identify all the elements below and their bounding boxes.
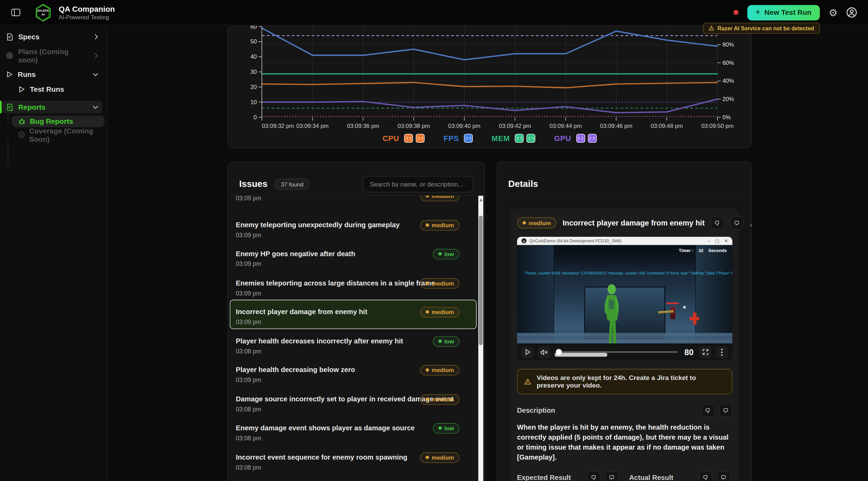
- legend-swatches: [404, 134, 425, 143]
- issue-timestamp: 03:08 pm: [236, 464, 404, 470]
- svg-text:03:09:40 pm: 03:09:40 pm: [448, 123, 481, 129]
- severity-badge: medium: [420, 365, 459, 375]
- legend-swatch-toggle[interactable]: [464, 134, 473, 143]
- issue-row[interactable]: Player health decreasing below zero03:09…: [230, 358, 477, 387]
- new-test-run-button[interactable]: + New Test Run: [747, 5, 820, 20]
- svg-text:03:09:38 pm: 03:09:38 pm: [398, 123, 430, 129]
- user-avatar-icon[interactable]: [846, 7, 857, 18]
- svg-text:30: 30: [251, 69, 257, 75]
- thumbs-down-button[interactable]: [701, 404, 714, 417]
- app-root: RAZERAI QA Companion AI-Powered Testing …: [0, 0, 868, 481]
- severity-label: medium: [432, 367, 454, 373]
- issue-row[interactable]: Incorrect event sequence for enemy room …: [230, 445, 477, 474]
- comment-button[interactable]: [605, 471, 618, 481]
- issue-timestamp: 03:08 pm: [236, 405, 404, 412]
- severity-label: medium: [432, 454, 454, 460]
- severity-badge: low: [432, 423, 459, 433]
- legend-swatch-toggle[interactable]: [576, 134, 585, 143]
- fullscreen-button[interactable]: [699, 346, 711, 358]
- issue-detail-title-row: medium Incorrect player damage from enem…: [517, 216, 732, 229]
- new-test-run-label: New Test Run: [764, 8, 811, 17]
- sidebar-item-test-runs[interactable]: Test Runs: [0, 83, 103, 95]
- comment-button[interactable]: [719, 404, 732, 417]
- svg-text:60%: 60%: [722, 60, 734, 66]
- mute-button[interactable]: [538, 346, 550, 358]
- issues-search-input[interactable]: [363, 176, 474, 192]
- results-grid: Expected Result Player HP should decreas…: [517, 471, 732, 481]
- scrubber-track[interactable]: [557, 351, 678, 353]
- game-window-title: QACoAIDemo (64-bit Development PCD3D_SM6…: [529, 238, 621, 243]
- issue-row[interactable]: medium: [230, 474, 477, 481]
- issue-row[interactable]: Damage source incorrectly set to player …: [230, 387, 477, 416]
- issue-title: Incorrect event sequence for enemy room …: [236, 453, 404, 461]
- severity-dot: [426, 310, 429, 314]
- sidebar-toggle-icon[interactable]: [9, 6, 21, 18]
- play-icon: [6, 71, 13, 78]
- play-icon: [524, 348, 531, 355]
- chevron-right-icon: [94, 52, 99, 59]
- play-button[interactable]: [521, 346, 534, 358]
- pencil-icon: [750, 219, 752, 227]
- svg-text:40%: 40%: [722, 78, 734, 84]
- legend-swatch-toggle[interactable]: [515, 134, 524, 143]
- bug-video-player[interactable]: U QACoAIDemo (64-bit Development PCD3D_S…: [517, 237, 732, 360]
- edit-button[interactable]: [750, 219, 752, 227]
- header-actions: + New Test Run ⚙: [733, 5, 868, 20]
- severity-dot: [438, 427, 442, 430]
- video-menu-button[interactable]: [716, 346, 728, 358]
- chevron-down-icon: [92, 72, 99, 77]
- speaker-muted-icon: [540, 349, 548, 355]
- severity-badge: medium: [420, 394, 459, 404]
- issue-row[interactable]: 03:09 pmmedium: [230, 196, 477, 213]
- video-scrubber[interactable]: [555, 346, 680, 358]
- severity-dot: [523, 221, 526, 225]
- issue-row[interactable]: Enemy damage event shows player as damag…: [230, 416, 477, 445]
- thumbs-down-button[interactable]: [587, 471, 600, 481]
- legend-swatch-toggle[interactable]: [526, 134, 535, 143]
- sidebar-item-plans: Plans (Coming soon): [0, 50, 103, 61]
- severity-label: low: [444, 425, 454, 431]
- issue-row[interactable]: Enemies teleporting across large distanc…: [230, 271, 477, 300]
- scrollbar-thumb[interactable]: [479, 216, 482, 345]
- issue-row[interactable]: Enemy HP goes negative after death03:09 …: [230, 242, 477, 271]
- comment-button[interactable]: [717, 471, 730, 481]
- issue-title: Enemy teleporting unexpectedly during ga…: [236, 221, 404, 229]
- chevron-right-icon: [94, 34, 99, 40]
- game-debug-json-overlay: {"frame_counter":6339,"timestamp":176768…: [525, 271, 732, 275]
- issue-timestamp: 03:09 pm: [236, 231, 404, 238]
- svg-text:80%: 80%: [722, 41, 734, 48]
- target-icon: [6, 52, 13, 59]
- issue-row[interactable]: Player health decreases incorrectly afte…: [230, 329, 477, 358]
- details-header: Details: [497, 162, 751, 195]
- issues-scrollbar[interactable]: [478, 196, 483, 481]
- issue-row[interactable]: Enemy teleporting unexpectedly during ga…: [230, 213, 477, 242]
- scrubber-handle[interactable]: [556, 349, 562, 355]
- legend-swatch-toggle[interactable]: [416, 134, 425, 143]
- divider: [497, 195, 751, 196]
- comment-button[interactable]: [730, 216, 743, 229]
- issue-title: Incorrect player damage from enemy hit: [236, 308, 404, 315]
- expected-result-label: Expected Result: [517, 474, 571, 481]
- sidebar-item-specs[interactable]: Specs: [0, 31, 103, 43]
- scrollbar-up-arrow-icon[interactable]: [479, 199, 482, 201]
- thumbs-down-button[interactable]: [711, 216, 724, 229]
- legend-swatch-toggle[interactable]: [588, 134, 597, 143]
- sidebar-item-reports[interactable]: Reports: [1, 101, 103, 113]
- svg-text:50: 50: [251, 38, 257, 45]
- legend-swatch-toggle[interactable]: [404, 134, 413, 143]
- sidebar-item-bug-reports[interactable]: Bug Reports: [12, 116, 105, 127]
- close-icon: ✕: [724, 238, 728, 243]
- severity-label: medium: [432, 396, 454, 402]
- thumbs-down-button[interactable]: [699, 471, 712, 481]
- issue-timestamp: 03:08 pm: [236, 435, 404, 441]
- issue-timestamp: 03:09 pm: [236, 260, 404, 267]
- issues-title: Issues: [239, 179, 267, 189]
- tree-guide-line: [8, 139, 8, 166]
- warning-text: Videos are only kept for 24h. Create a J…: [537, 374, 725, 389]
- legend-group: FPS: [443, 134, 473, 143]
- settings-gear-icon[interactable]: ⚙: [829, 8, 838, 18]
- severity-label: medium: [432, 221, 454, 228]
- sidebar-item-runs[interactable]: Runs: [0, 69, 103, 80]
- svg-text:0: 0: [254, 114, 257, 121]
- issue-row[interactable]: Incorrect player damage from enemy hit03…: [230, 300, 477, 329]
